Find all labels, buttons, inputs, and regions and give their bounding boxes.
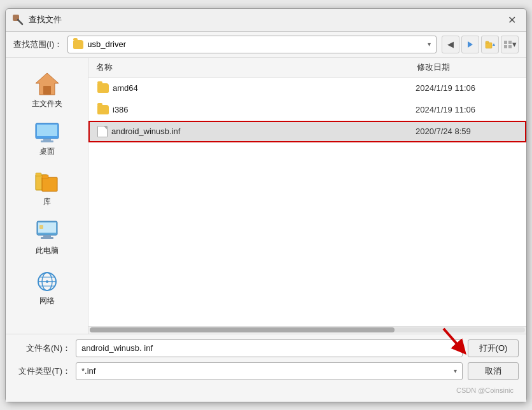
filetype-label: 文件类型(T)： [13,366,71,377]
svg-rect-18 [42,177,57,191]
up-folder-button[interactable] [481,36,499,53]
view-button[interactable]: ▾ [501,36,519,53]
back-button[interactable]: ◀ [442,36,459,53]
folder-icon [97,83,109,93]
svg-rect-13 [37,125,57,136]
forward-button[interactable] [461,36,479,53]
watermark: CSDN @Coinsinic [13,385,519,397]
open-button[interactable]: 打开(O) [468,339,519,357]
desktop-icon [34,122,60,144]
filetype-row: 文件类型(T)： *.inf ▾ 取消 [13,362,519,380]
file-date: 2020/7/24 8:59 [410,126,525,136]
sidebar-network-label: 网络 [39,296,55,306]
dialog-icon [12,14,24,25]
sidebar: 主文件夹 桌面 库 [6,58,88,334]
sidebar-desktop-label: 桌面 [39,146,55,157]
sidebar-item-computer[interactable]: 此电脑 [6,212,88,261]
title-bar-left: 查找文件 [12,14,62,25]
scrollbar-track [90,327,525,332]
library-icon [34,170,60,194]
title-bar: 查找文件 ✕ [6,9,526,32]
location-label: 查找范围(I)： [13,39,62,50]
filename-value: android_winusb. inf [81,343,153,353]
file-list: amd64 2024/1/19 11:06 i386 2024/1/19 11:… [88,78,526,326]
svg-rect-15 [41,140,53,142]
sidebar-item-desktop[interactable]: 桌面 [6,114,88,162]
location-inner: usb_driver [73,39,126,49]
svg-rect-7 [508,41,512,44]
table-row[interactable]: i386 2024/1/19 11:06 [88,99,526,121]
svg-marker-2 [468,41,473,48]
location-select[interactable]: usb_driver ▾ [67,36,437,53]
nav-buttons: ◀ ▾ [442,36,519,53]
table-row[interactable]: amd64 2024/1/19 11:06 [88,78,526,99]
filetype-value: *.inf [81,366,95,376]
dialog: 查找文件 ✕ 查找范围(I)： usb_driver ▾ ◀ [5,8,527,402]
filename-dropdown-arrow: ▾ [454,345,457,352]
cancel-button[interactable]: 取消 [468,362,519,380]
sidebar-home-label: 主文件夹 [32,99,62,109]
filename-row: 文件名(N)： android_winusb. inf ▾ 打开(O) [13,339,519,357]
sidebar-library-label: 库 [43,196,51,207]
file-area: 名称 修改日期 amd64 2024/1/19 11:06 i386 [88,58,526,334]
table-row-selected[interactable]: android_winusb.inf 2020/7/24 8:59 [88,121,526,142]
file-row-name: amd64 [90,83,410,93]
file-name: amd64 [113,83,138,93]
svg-point-30 [46,280,48,283]
svg-rect-9 [508,45,512,48]
svg-line-1 [18,20,22,24]
file-row-name: i386 [90,105,410,114]
computer-icon [34,220,60,243]
file-row-name: android_winusb.inf [90,126,410,137]
home-icon [34,71,60,96]
svg-rect-11 [43,86,51,95]
file-date: 2024/1/19 11:06 [410,105,525,114]
folder-icon-location [73,40,83,49]
close-button[interactable]: ✕ [503,11,520,28]
location-value: usb_driver [87,39,126,49]
svg-rect-4 [486,41,489,43]
svg-rect-3 [486,43,492,48]
toolbar-row: 查找范围(I)： usb_driver ▾ ◀ [6,32,526,58]
horizontal-scrollbar[interactable] [88,326,526,334]
main-area: 主文件夹 桌面 库 [6,58,526,334]
svg-rect-8 [504,45,507,48]
location-dropdown-arrow: ▾ [428,41,431,48]
file-date: 2024/1/19 11:06 [410,83,525,93]
file-list-header: 名称 修改日期 [88,58,526,78]
svg-rect-23 [41,237,53,239]
sidebar-computer-label: 此电脑 [36,245,59,256]
folder-icon [97,105,109,114]
svg-rect-19 [42,175,48,179]
dialog-title: 查找文件 [29,14,62,25]
scrollbar-thumb [90,327,395,332]
sidebar-item-library[interactable]: 库 [6,162,88,212]
bottom-area: 文件名(N)： android_winusb. inf ▾ 打开(O) 文件类型… [6,334,526,402]
svg-rect-6 [504,41,507,44]
sidebar-item-network[interactable]: 网络 [6,261,88,311]
filename-input[interactable]: android_winusb. inf ▾ [76,339,463,357]
svg-marker-5 [493,43,495,46]
svg-rect-17 [36,173,41,176]
svg-rect-24 [39,225,43,229]
network-icon [34,269,60,293]
file-name: i386 [113,105,129,114]
filetype-input[interactable]: *.inf ▾ [76,362,463,380]
sidebar-item-home[interactable]: 主文件夹 [6,63,88,114]
header-name: 名称 [88,59,412,76]
header-date: 修改日期 [412,59,526,76]
file-icon [97,126,108,137]
filetype-dropdown-arrow: ▾ [454,367,457,374]
file-name: android_winusb.inf [111,126,180,136]
filename-label: 文件名(N)： [13,343,71,354]
